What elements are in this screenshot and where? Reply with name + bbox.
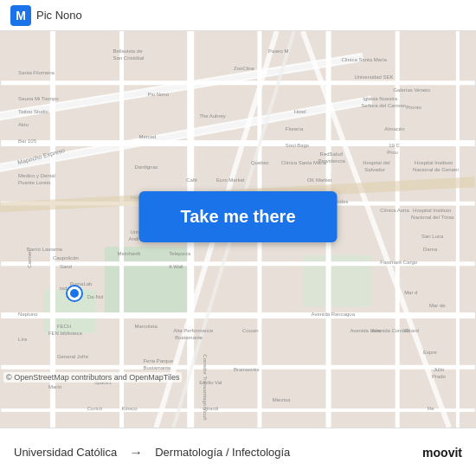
svg-text:Mieztsa: Mieztsa [273, 397, 291, 402]
svg-text:Prou: Prou [387, 150, 398, 155]
svg-text:Hospital del: Hospital del [363, 160, 389, 165]
svg-text:Prado: Prado [432, 374, 447, 379]
svg-text:Santa Filomena: Santa Filomena [18, 70, 55, 75]
svg-text:Bar 105: Bar 105 [18, 138, 37, 144]
svg-text:Alta Performance: Alta Performance [173, 328, 214, 333]
svg-text:Corredor Transantiago Vicuñ: Corredor Transantiago Vicuñ [203, 354, 208, 420]
svg-text:Sauna Mi Tiempo: Sauna Mi Tiempo [18, 96, 59, 101]
svg-text:Aktu: Aktu [18, 122, 29, 127]
svg-text:Puente Loreto: Puente Loreto [18, 180, 51, 185]
svg-text:Julio: Julio [434, 367, 445, 372]
svg-text:Avenida Rancagua: Avenida Rancagua [312, 312, 356, 317]
svg-text:Neptuno: Neptuno [18, 312, 38, 317]
app-logo-icon: M [10, 5, 31, 26]
svg-text:General Jofre: General Jofre [57, 354, 89, 359]
svg-text:Avenida Italia: Avenida Italia [350, 328, 381, 333]
svg-text:Nacional de Geriatri: Nacional de Geriatri [413, 167, 459, 172]
svg-text:Salvador: Salvador [364, 167, 385, 172]
svg-text:Dardignac: Dardignac [135, 164, 158, 170]
svg-text:Bustamante: Bustamante [143, 365, 171, 370]
moovit-logo: moovit [422, 446, 462, 460]
svg-text:Clínica Astra: Clínica Astra [380, 208, 409, 213]
svg-text:FECH: FECH [57, 324, 71, 329]
svg-text:Pio Nono: Pio Nono [147, 92, 169, 97]
svg-text:Mar de: Mar de [429, 303, 446, 308]
app-name-label: Pic Nono [36, 9, 82, 22]
svg-text:Fastmark Cargo: Fastmark Cargo [380, 260, 417, 265]
svg-text:Pronto: Pronto [406, 105, 421, 110]
svg-text:San Cristóbal: San Cristóbal [113, 55, 145, 61]
destination-label: Dermatología / Infectología [155, 446, 290, 459]
svg-text:Bellavista de: Bellavista de [113, 48, 144, 54]
svg-text:Quebec: Quebec [251, 160, 269, 165]
svg-text:Mar d: Mar d [404, 290, 417, 295]
svg-text:Euro Market: Euro Market [216, 177, 245, 183]
svg-text:Emilio Val: Emilio Val [199, 380, 222, 385]
take-me-there-button[interactable]: Take me there [138, 191, 337, 242]
svg-text:Paseo M: Paseo M [268, 48, 289, 54]
svg-text:Lira: Lira [18, 337, 28, 342]
svg-text:Hospital Instituto: Hospital Instituto [415, 160, 453, 165]
svg-text:Marín: Marín [48, 384, 61, 389]
svg-text:19 C: 19 C [389, 143, 400, 148]
svg-text:Marcoleta: Marcoleta [135, 324, 158, 329]
svg-text:Iglesia Nuestra: Iglesia Nuestra [363, 96, 397, 101]
svg-text:Hotel: Hotel [294, 109, 306, 114]
svg-text:Tattoo Studio: Tattoo Studio [18, 109, 49, 114]
svg-text:Galerías Veneto: Galerías Veneto [393, 87, 430, 93]
svg-text:OK Market: OK Market [307, 177, 332, 183]
svg-text:Hospital Instituto: Hospital Instituto [413, 208, 452, 213]
svg-text:Nacional del Tórax: Nacional del Tórax [411, 215, 454, 220]
svg-text:Meinhardt: Meinhardt [118, 251, 141, 256]
svg-text:Señora del Carmen: Señora del Carmen [361, 103, 406, 108]
svg-text:Feria Parque: Feria Parque [143, 358, 173, 363]
svg-text:FEN biblioteca: FEN biblioteca [48, 331, 82, 336]
origin-label: Universidad Católica [14, 446, 117, 459]
map-attribution: © OpenStreetMap contributors and OpenMap… [3, 372, 182, 383]
svg-text:Cousin: Cousin [242, 328, 259, 333]
svg-text:Clínica Santa María: Clínica Santa María [341, 57, 387, 62]
moovit-text: moovit [422, 446, 462, 460]
svg-text:Universidad SEK: Universidad SEK [354, 74, 393, 80]
svg-text:Soul Bags: Soul Bags [286, 143, 309, 148]
svg-text:Merced: Merced [139, 134, 157, 139]
svg-text:Bustamante: Bustamante [175, 335, 203, 340]
current-location-dot [68, 286, 81, 300]
svg-text:Da-Nol: Da-Nol [87, 294, 104, 299]
svg-text:Medico y Dental: Medico y Dental [18, 173, 55, 178]
bottom-bar: Universidad Católica → Dermatología / In… [0, 428, 476, 476]
svg-text:Curicó: Curicó [87, 406, 103, 411]
svg-text:Kiosco: Kiosco [122, 406, 138, 411]
svg-text:Sand: Sand [60, 264, 72, 269]
svg-text:ZooCline: ZooCline [234, 66, 255, 71]
svg-text:Carmen: Carmen [27, 250, 32, 268]
svg-text:tad: tad [60, 286, 67, 291]
svg-text:Brainworks: Brainworks [234, 367, 260, 372]
svg-text:Barrio Lastarria: Barrio Lastarria [27, 247, 62, 252]
svg-text:San Luca: San Luca [421, 234, 444, 239]
svg-text:Dama: Dama [423, 247, 438, 252]
app-logo-area: M Pic Nono [10, 5, 82, 26]
svg-text:PumaLab: PumaLab [70, 281, 93, 286]
svg-text:Caupolicán: Caupolicán [53, 255, 79, 261]
svg-text:RedSalud: RedSalud [320, 151, 343, 157]
app-container: M Pic Nono [0, 0, 476, 476]
svg-text:Florería: Florería [286, 126, 304, 132]
svg-text:Café: Café [186, 177, 197, 183]
svg-text:Expre: Expre [423, 350, 437, 355]
top-bar: M Pic Nono [0, 0, 476, 31]
map-container[interactable]: Mapocho Expreso Merced Barrio Lastarria … [0, 31, 476, 428]
svg-rect-1 [105, 247, 191, 316]
svg-text:Telepizza: Telepizza [169, 251, 191, 256]
arrow-icon: → [129, 445, 143, 460]
svg-text:Almacén: Almacén [384, 126, 404, 132]
svg-text:The Aubrey: The Aubrey [199, 113, 226, 119]
svg-text:It Wall: It Wall [169, 264, 183, 269]
svg-text:Providencia: Providencia [318, 158, 346, 164]
svg-text:Re: Re [428, 406, 434, 411]
